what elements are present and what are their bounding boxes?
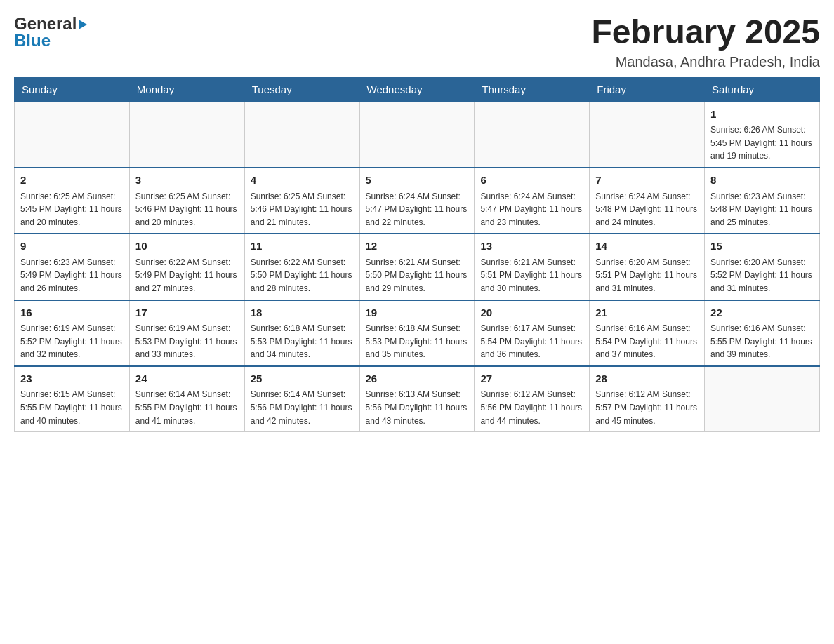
- day-of-week-header: Monday: [129, 77, 244, 102]
- day-info: Sunrise: 6:16 AM Sunset: 5:55 PM Dayligh…: [710, 322, 814, 361]
- day-number: 14: [595, 239, 699, 255]
- day-info: Sunrise: 6:13 AM Sunset: 5:56 PM Dayligh…: [366, 388, 469, 427]
- logo-triangle-icon: [79, 20, 87, 29]
- calendar-day: [359, 102, 475, 168]
- day-number: 8: [710, 173, 814, 189]
- calendar-day: 22Sunrise: 6:16 AM Sunset: 5:55 PM Dayli…: [705, 300, 820, 366]
- calendar-day: 5Sunrise: 6:24 AM Sunset: 5:47 PM Daylig…: [359, 168, 475, 234]
- logo: General Blue: [14, 14, 87, 51]
- day-info: Sunrise: 6:12 AM Sunset: 5:57 PM Dayligh…: [595, 388, 699, 427]
- week-row: 9Sunrise: 6:23 AM Sunset: 5:49 PM Daylig…: [15, 234, 820, 300]
- day-number: 26: [366, 371, 469, 387]
- week-row: 16Sunrise: 6:19 AM Sunset: 5:52 PM Dayli…: [15, 300, 820, 366]
- calendar-day: [15, 102, 130, 168]
- day-info: Sunrise: 6:25 AM Sunset: 5:45 PM Dayligh…: [20, 190, 124, 229]
- calendar-day: 8Sunrise: 6:23 AM Sunset: 5:48 PM Daylig…: [705, 168, 820, 234]
- day-info: Sunrise: 6:24 AM Sunset: 5:48 PM Dayligh…: [595, 190, 699, 229]
- page-header: General Blue February 2025 Mandasa, Andh…: [14, 14, 820, 70]
- calendar-day: 20Sunrise: 6:17 AM Sunset: 5:54 PM Dayli…: [475, 300, 590, 366]
- day-of-week-header: Wednesday: [359, 77, 475, 102]
- calendar-day: 11Sunrise: 6:22 AM Sunset: 5:50 PM Dayli…: [244, 234, 359, 300]
- day-number: 15: [710, 239, 814, 255]
- day-info: Sunrise: 6:21 AM Sunset: 5:50 PM Dayligh…: [366, 256, 469, 295]
- day-number: 16: [20, 305, 124, 321]
- calendar-day: 24Sunrise: 6:14 AM Sunset: 5:55 PM Dayli…: [129, 366, 244, 432]
- day-number: 22: [710, 305, 814, 321]
- week-row: 23Sunrise: 6:15 AM Sunset: 5:55 PM Dayli…: [15, 366, 820, 432]
- day-number: 13: [480, 239, 583, 255]
- day-of-week-header: Friday: [590, 77, 705, 102]
- day-number: 12: [366, 239, 469, 255]
- calendar-day: 12Sunrise: 6:21 AM Sunset: 5:50 PM Dayli…: [359, 234, 475, 300]
- day-info: Sunrise: 6:20 AM Sunset: 5:52 PM Dayligh…: [710, 256, 814, 295]
- calendar-day: [129, 102, 244, 168]
- calendar-day: [590, 102, 705, 168]
- day-info: Sunrise: 6:23 AM Sunset: 5:49 PM Dayligh…: [20, 256, 124, 295]
- day-number: 10: [135, 239, 239, 255]
- calendar-day: 19Sunrise: 6:18 AM Sunset: 5:53 PM Dayli…: [359, 300, 475, 366]
- day-number: 2: [20, 173, 124, 189]
- day-info: Sunrise: 6:19 AM Sunset: 5:53 PM Dayligh…: [135, 322, 239, 361]
- day-info: Sunrise: 6:25 AM Sunset: 5:46 PM Dayligh…: [135, 190, 239, 229]
- calendar-day: 18Sunrise: 6:18 AM Sunset: 5:53 PM Dayli…: [244, 300, 359, 366]
- week-row: 1Sunrise: 6:26 AM Sunset: 5:45 PM Daylig…: [15, 102, 820, 168]
- calendar-day: [244, 102, 359, 168]
- day-info: Sunrise: 6:18 AM Sunset: 5:53 PM Dayligh…: [366, 322, 469, 361]
- calendar-day: 7Sunrise: 6:24 AM Sunset: 5:48 PM Daylig…: [590, 168, 705, 234]
- day-info: Sunrise: 6:12 AM Sunset: 5:56 PM Dayligh…: [480, 388, 583, 427]
- day-number: 27: [480, 371, 583, 387]
- calendar-day: 9Sunrise: 6:23 AM Sunset: 5:49 PM Daylig…: [15, 234, 130, 300]
- day-info: Sunrise: 6:25 AM Sunset: 5:46 PM Dayligh…: [251, 190, 354, 229]
- day-number: 3: [135, 173, 239, 189]
- day-number: 17: [135, 305, 239, 321]
- day-info: Sunrise: 6:22 AM Sunset: 5:50 PM Dayligh…: [251, 256, 354, 295]
- calendar-day: [475, 102, 590, 168]
- day-number: 25: [251, 371, 354, 387]
- day-number: 5: [366, 173, 469, 189]
- calendar-day: 2Sunrise: 6:25 AM Sunset: 5:45 PM Daylig…: [15, 168, 130, 234]
- day-number: 11: [251, 239, 354, 255]
- calendar-day: [705, 366, 820, 432]
- day-info: Sunrise: 6:17 AM Sunset: 5:54 PM Dayligh…: [480, 322, 583, 361]
- day-info: Sunrise: 6:22 AM Sunset: 5:49 PM Dayligh…: [135, 256, 239, 295]
- day-info: Sunrise: 6:24 AM Sunset: 5:47 PM Dayligh…: [480, 190, 583, 229]
- day-info: Sunrise: 6:24 AM Sunset: 5:47 PM Dayligh…: [366, 190, 469, 229]
- day-number: 21: [595, 305, 699, 321]
- calendar-day: 10Sunrise: 6:22 AM Sunset: 5:49 PM Dayli…: [129, 234, 244, 300]
- day-number: 18: [251, 305, 354, 321]
- day-info: Sunrise: 6:14 AM Sunset: 5:56 PM Dayligh…: [251, 388, 354, 427]
- logo-blue-text: Blue: [14, 31, 51, 51]
- calendar-day: 14Sunrise: 6:20 AM Sunset: 5:51 PM Dayli…: [590, 234, 705, 300]
- day-info: Sunrise: 6:23 AM Sunset: 5:48 PM Dayligh…: [710, 190, 814, 229]
- day-info: Sunrise: 6:14 AM Sunset: 5:55 PM Dayligh…: [135, 388, 239, 427]
- calendar-day: 25Sunrise: 6:14 AM Sunset: 5:56 PM Dayli…: [244, 366, 359, 432]
- calendar-day: 15Sunrise: 6:20 AM Sunset: 5:52 PM Dayli…: [705, 234, 820, 300]
- calendar-day: 4Sunrise: 6:25 AM Sunset: 5:46 PM Daylig…: [244, 168, 359, 234]
- calendar-day: 23Sunrise: 6:15 AM Sunset: 5:55 PM Dayli…: [15, 366, 130, 432]
- day-number: 1: [710, 107, 814, 123]
- day-of-week-header: Saturday: [705, 77, 820, 102]
- day-info: Sunrise: 6:15 AM Sunset: 5:55 PM Dayligh…: [20, 388, 124, 427]
- day-number: 23: [20, 371, 124, 387]
- day-number: 9: [20, 239, 124, 255]
- day-number: 6: [480, 173, 583, 189]
- month-title: February 2025: [591, 14, 820, 51]
- day-info: Sunrise: 6:18 AM Sunset: 5:53 PM Dayligh…: [251, 322, 354, 361]
- day-info: Sunrise: 6:19 AM Sunset: 5:52 PM Dayligh…: [20, 322, 124, 361]
- calendar-day: 27Sunrise: 6:12 AM Sunset: 5:56 PM Dayli…: [475, 366, 590, 432]
- location-label: Mandasa, Andhra Pradesh, India: [591, 54, 820, 70]
- title-area: February 2025 Mandasa, Andhra Pradesh, I…: [591, 14, 820, 70]
- day-info: Sunrise: 6:26 AM Sunset: 5:45 PM Dayligh…: [710, 123, 814, 163]
- calendar-day: 3Sunrise: 6:25 AM Sunset: 5:46 PM Daylig…: [129, 168, 244, 234]
- day-number: 4: [251, 173, 354, 189]
- day-of-week-header: Tuesday: [244, 77, 359, 102]
- calendar-table: SundayMondayTuesdayWednesdayThursdayFrid…: [14, 77, 820, 432]
- day-info: Sunrise: 6:16 AM Sunset: 5:54 PM Dayligh…: [595, 322, 699, 361]
- day-number: 7: [595, 173, 699, 189]
- calendar-day: 1Sunrise: 6:26 AM Sunset: 5:45 PM Daylig…: [705, 102, 820, 168]
- day-number: 19: [366, 305, 469, 321]
- day-number: 24: [135, 371, 239, 387]
- calendar-day: 16Sunrise: 6:19 AM Sunset: 5:52 PM Dayli…: [15, 300, 130, 366]
- calendar-day: 28Sunrise: 6:12 AM Sunset: 5:57 PM Dayli…: [590, 366, 705, 432]
- day-of-week-header: Sunday: [15, 77, 130, 102]
